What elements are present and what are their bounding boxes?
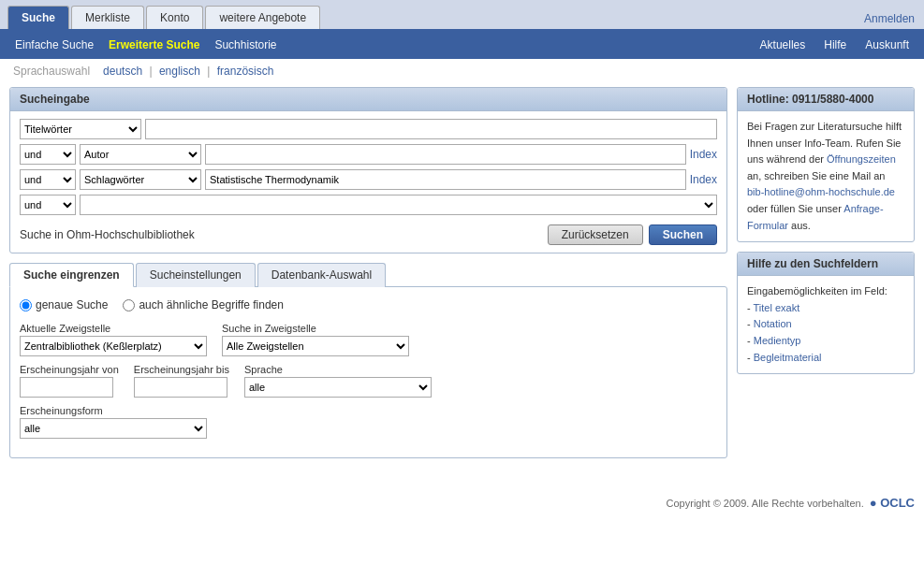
search-button[interactable]: Suchen <box>649 224 717 245</box>
nav-auskunft[interactable]: Auskunft <box>858 38 917 51</box>
search-input-2[interactable] <box>205 144 686 165</box>
tab-konto[interactable]: Konto <box>146 6 203 29</box>
right-panel: Hotline: 0911/5880-4000 Bei Fragen zur L… <box>737 87 915 458</box>
refine-section: Suche eingrenzen Sucheinstellungen Daten… <box>9 263 727 458</box>
search-section-body: Titelwörter Autor Schlagwörter ISBN/ISSN… <box>10 111 726 253</box>
search-section: Sucheingabe Titelwörter Autor Schlagwört… <box>9 87 727 253</box>
lang-englisch[interactable]: englisch <box>159 65 200 78</box>
filter-row-1: Aktuelle Zweigstelle Zentralbibliothek (… <box>20 323 717 356</box>
sprache-label: Sprache <box>244 364 432 375</box>
oclc-logo: ● OCLC <box>870 496 915 510</box>
radio-aehnliche-begriffe[interactable]: auch ähnliche Begriffe finden <box>123 298 284 311</box>
connector-select-2[interactable]: und oder nicht <box>20 144 76 165</box>
hilfe-notation[interactable]: Notation <box>754 318 792 329</box>
hilfe-begleitmaterial[interactable]: Begleitmaterial <box>754 352 822 363</box>
tab-suche-eingrenzen[interactable]: Suche eingrenzen <box>9 263 134 287</box>
copyright-text: Copyright © 2009. Alle Rechte vorbehalte… <box>667 498 864 509</box>
connector-select-4[interactable]: und oder nicht <box>20 195 76 215</box>
lang-franzoesisch[interactable]: französisch <box>217 65 274 78</box>
aktuelle-zweigstelle-col: Aktuelle Zweigstelle Zentralbibliothek (… <box>20 323 207 356</box>
hilfe-titel-exakt[interactable]: Titel exakt <box>754 302 800 313</box>
erscheinungsjahr-von-col: Erscheinungsjahr von <box>20 364 119 398</box>
search-row-4: und oder nicht Titelwörter Autor Schlagw… <box>20 195 717 215</box>
index-link-2[interactable]: Index <box>690 148 717 161</box>
footer: Copyright © 2009. Alle Rechte vorbehalte… <box>0 486 924 519</box>
search-in-text: Suche in Ohm-Hochschulbibliothek <box>20 228 195 241</box>
erscheinungsjahr-bis-input[interactable] <box>134 377 227 398</box>
erscheinungsjahr-bis-label: Erscheinungsjahr bis <box>134 364 229 375</box>
aktuelle-zweigstelle-label: Aktuelle Zweigstelle <box>20 323 207 334</box>
suche-in-zweigstelle-select[interactable]: Alle Zweigstellen Zentralbibliothek (Keß… <box>222 336 409 356</box>
lang-deutsch[interactable]: deutsch <box>103 65 142 78</box>
nav-right-links: Aktuelles Hilfe Auskunft <box>753 38 917 51</box>
erscheinungsform-label: Erscheinungsform <box>20 405 207 416</box>
nav-hilfe[interactable]: Hilfe <box>816 38 854 51</box>
nav-erweiterte-suche[interactable]: Erweiterte Suche <box>101 38 207 51</box>
hilfe-box: Hilfe zu den Suchfeldern Eingabemöglichk… <box>737 252 915 374</box>
search-row-2: und oder nicht Autor Titelwörter Schlagw… <box>20 144 717 165</box>
search-footer: Suche in Ohm-Hochschulbibliothek Zurücks… <box>20 221 717 245</box>
suche-in-zweigstelle-label: Suche in Zweigstelle <box>222 323 409 334</box>
aktuelle-zweigstelle-select[interactable]: Zentralbibliothek (Keßlerplatz) Alle Zwe… <box>20 336 207 356</box>
nav-suchhistorie[interactable]: Suchhistorie <box>207 38 284 51</box>
refine-tab-content: genaue Suche auch ähnliche Begriffe find… <box>9 286 727 458</box>
lang-bar-label: Sprachauswahl <box>13 65 90 78</box>
refine-tab-bar: Suche eingrenzen Sucheinstellungen Daten… <box>9 263 727 287</box>
second-nav-bar: Einfache Suche Erweiterte Suche Suchhist… <box>0 31 924 59</box>
anmelden-link[interactable]: Anmelden <box>864 12 915 29</box>
tab-datenbank-auswahl[interactable]: Datenbank-Auswahl <box>257 263 386 287</box>
main-layout: Sucheingabe Titelwörter Autor Schlagwört… <box>0 83 924 468</box>
erscheinungsform-select[interactable]: alle Buch Zeitschrift Artikel <box>20 418 207 439</box>
search-buttons: Zurücksetzen Suchen <box>548 224 717 245</box>
field-select-2[interactable]: Autor Titelwörter Schlagwörter ISBN/ISSN… <box>80 144 201 165</box>
filter-row-2: Erscheinungsjahr von Erscheinungsjahr bi… <box>20 364 717 398</box>
index-link-3[interactable]: Index <box>690 173 717 186</box>
hilfe-header: Hilfe zu den Suchfeldern <box>738 253 914 276</box>
field-select-4[interactable]: Titelwörter Autor Schlagwörter <box>80 195 717 215</box>
oeffnungszeiten-link[interactable]: Öffnungszeiten <box>827 153 896 165</box>
hotline-box: Hotline: 0911/5880-4000 Bei Fragen zur L… <box>737 87 915 242</box>
bib-hotline-link[interactable]: bib-hotline@ohm-hochschule.de <box>747 186 895 197</box>
hotline-header: Hotline: 0911/5880-4000 <box>738 88 914 111</box>
nav-einfache-suche[interactable]: Einfache Suche <box>7 38 101 51</box>
search-type-radio-group: genaue Suche auch ähnliche Begriffe find… <box>20 298 717 311</box>
tab-weitere-angebote[interactable]: weitere Angebote <box>205 6 320 29</box>
suche-in-zweigstelle-col: Suche in Zweigstelle Alle Zweigstellen Z… <box>222 323 409 356</box>
tab-sucheinstellungen[interactable]: Sucheinstellungen <box>136 263 256 287</box>
tab-suche[interactable]: Suche <box>7 6 69 29</box>
language-bar: Sprachauswahl deutsch | englisch | franz… <box>0 59 924 83</box>
sprache-col: Sprache alle deutsch englisch französisc… <box>244 364 432 398</box>
erscheinungsjahr-von-input[interactable] <box>20 377 113 398</box>
filter-row-3: Erscheinungsform alle Buch Zeitschrift A… <box>20 405 717 439</box>
erscheinungsform-col: Erscheinungsform alle Buch Zeitschrift A… <box>20 405 207 439</box>
tab-merkliste[interactable]: Merkliste <box>71 6 144 29</box>
search-input-3[interactable] <box>205 169 686 190</box>
search-input-1[interactable] <box>145 119 717 139</box>
hotline-body: Bei Fragen zur Literatursuche hilft Ihne… <box>738 111 914 241</box>
search-row-1: Titelwörter Autor Schlagwörter ISBN/ISSN… <box>20 119 717 139</box>
erscheinungsjahr-bis-col: Erscheinungsjahr bis <box>134 364 229 398</box>
nav-aktuelles[interactable]: Aktuelles <box>753 38 814 51</box>
hilfe-body: Eingabemöglichkeiten im Feld: - Titel ex… <box>738 276 914 373</box>
erscheinungsjahr-von-label: Erscheinungsjahr von <box>20 364 119 375</box>
hilfe-intro: Eingabemöglichkeiten im Feld: <box>747 285 887 297</box>
field-select-1[interactable]: Titelwörter Autor Schlagwörter ISBN/ISSN… <box>20 119 141 139</box>
search-section-header: Sucheingabe <box>10 88 726 111</box>
reset-button[interactable]: Zurücksetzen <box>548 224 643 245</box>
connector-select-3[interactable]: und oder nicht <box>20 169 76 190</box>
left-panel: Sucheingabe Titelwörter Autor Schlagwört… <box>9 87 727 458</box>
top-tabs-bar: Suche Merkliste Konto weitere Angebote A… <box>0 0 924 31</box>
hilfe-medientyp[interactable]: Medientyp <box>754 335 801 346</box>
radio-genaue-suche[interactable]: genaue Suche <box>20 298 108 311</box>
sprache-select[interactable]: alle deutsch englisch französisch <box>244 377 432 398</box>
field-select-3[interactable]: Schlagwörter Titelwörter Autor ISBN/ISSN… <box>80 169 201 190</box>
search-row-3: und oder nicht Schlagwörter Titelwörter … <box>20 169 717 190</box>
